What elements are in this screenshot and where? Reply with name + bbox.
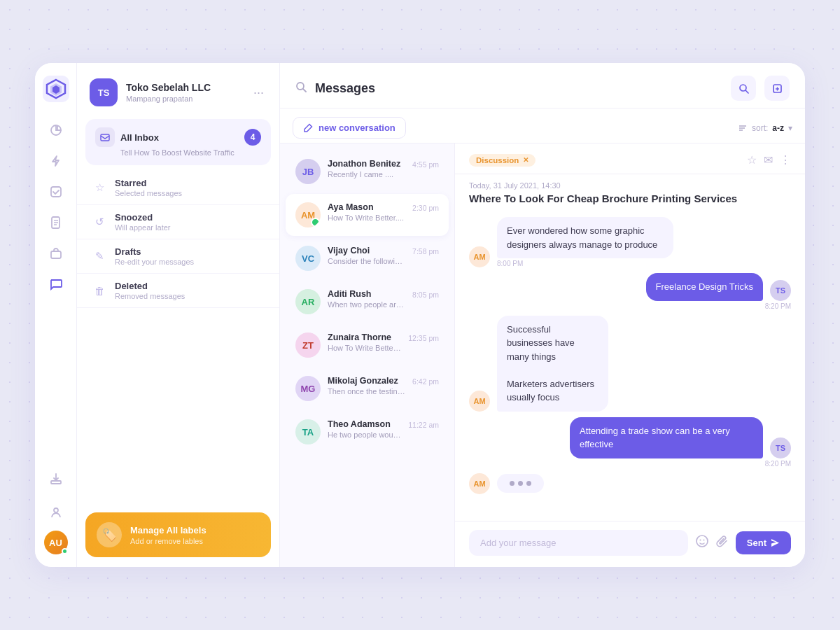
sidebar-bottom: AU [43,463,69,554]
message-content: Zunaira Thorne How To Write Better.... [328,332,401,352]
nav-pie-chart[interactable] [43,117,69,144]
dot3 [526,481,531,486]
deleted-icon: 🗑 [92,285,106,297]
new-conversation-button[interactable]: new conversation [293,117,406,139]
nav-doc[interactable] [43,209,69,236]
drafts-icon: ✎ [92,250,106,262]
chat-message-right-wrap: Attending a trade show can be a very eff… [469,417,791,468]
chat-subject: Where To Look For Cheap Brochure Printin… [455,191,805,211]
message-list-item[interactable]: TA Theo Adamson He two people would ... … [286,411,449,453]
chat-input-bar: Sent [455,521,805,567]
snoozed-icon: ↺ [92,216,106,228]
message-avatar: MG [295,376,321,401]
nav-download[interactable] [43,465,69,492]
panels-right: Messages new conversa [280,63,805,567]
close-tag-button[interactable]: ✕ [523,156,528,164]
folder-drafts[interactable]: ✎ Drafts Re-edit your messages [77,239,279,274]
message-list-item[interactable]: VC Vijay Choi Consider the following....… [286,237,449,279]
message-list-item[interactable]: AM Aya Mason How To Write Better.... 2:3… [286,194,449,236]
more-options-button[interactable]: ··· [251,83,267,103]
inbox-subtitle: Tell How To Boost Website Traffic [120,148,261,157]
message-preview: He two people would ... [328,430,401,439]
attach-button[interactable] [716,535,729,551]
company-header: TS Toko Sebelah LLC Mampang prapatan ··· [77,63,279,116]
chat-bubble-right: Freelance Design Tricks [646,273,763,301]
message-content: Aditi Rush When two people are ... [328,289,405,309]
message-list-item[interactable]: ZT Zunaira Thorne How To Write Better...… [286,324,449,366]
chat-time-right: 8:20 PM [469,460,791,468]
messages-list-panel: JB Jonathon Benitez Recently I came ....… [280,144,455,567]
typing-dots [497,474,544,493]
star-message-button[interactable]: ☆ [747,153,757,167]
message-avatar: AM [295,202,321,227]
folder-starred[interactable]: ☆ Starred Selected messages [77,171,279,205]
chat-bubble-right: Attending a trade show can be a very eff… [570,417,763,458]
svg-point-23 [696,536,708,547]
manage-subtitle: Add or remove lables [130,537,206,545]
user-avatar[interactable]: AU [44,531,68,554]
message-time: 6:42 pm [412,377,439,386]
chat-message-row: Attending a trade show can be a very eff… [469,417,791,458]
message-time: 4:55 pm [412,160,439,169]
message-avatar: ZT [295,332,321,358]
email-button[interactable]: ✉ [764,153,773,167]
chat-header: Discussion ✕ ☆ ✉ ⋮ [455,144,805,174]
chat-avatar: AM [469,246,490,267]
search-button[interactable] [731,76,756,101]
message-content: Aya Mason How To Write Better.... [328,202,405,222]
message-list-item[interactable]: AR Aditi Rush When two people are ... 8:… [286,281,449,323]
send-button[interactable]: Sent [736,531,791,554]
dot1 [510,481,514,486]
nav-lightning[interactable] [43,148,69,174]
chevron-down-icon: ▾ [788,123,792,133]
company-avatar: TS [90,78,118,106]
manage-label: Manage All labels [130,525,206,536]
top-bar: Messages [280,63,805,108]
chat-bubble-left: Ever wondered how some graphic designers… [497,217,673,258]
chat-message-row: AM Ever wondered how some graphic design… [469,217,791,267]
message-content: Jonathon Benitez Recently I came .... [328,159,405,178]
nav-bag[interactable] [43,240,69,267]
dot2 [518,481,523,486]
app-logo [43,76,69,102]
left-panel: TS Toko Sebelah LLC Mampang prapatan ···… [77,63,280,567]
nav-check[interactable] [43,178,69,205]
message-sender: Jonathon Benitez [328,159,405,169]
sort-control[interactable]: sort: a-z ▾ [738,123,792,133]
chat-header-actions: ☆ ✉ ⋮ [747,153,791,167]
sidebar-nav: AU [35,63,77,567]
message-list-item[interactable]: JB Jonathon Benitez Recently I came ....… [286,150,449,192]
chat-message-row: Freelance Design Tricks TS [469,273,791,301]
all-inbox-item[interactable]: All Inbox 4 Tell How To Boost Website Tr… [85,119,271,165]
manage-labels-button[interactable]: 🏷️ Manage All labels Add or remove lable… [85,512,271,557]
message-list-item[interactable]: MG Mikolaj Gonzalez Then once the testin… [286,368,449,410]
inbox-icon [95,127,115,147]
folder-sub-deleted: Removed messages [115,292,185,300]
message-content: Mikolaj Gonzalez Then once the testing w… [328,376,405,396]
message-preview: Then once the testing was.... [328,387,405,396]
messages-title: Messages [315,81,722,96]
inbox-label: All Inbox [120,132,159,143]
svg-rect-9 [51,251,61,258]
message-preview: How To Write Better.... [328,344,401,352]
svg-point-25 [703,540,704,541]
svg-rect-10 [51,481,61,484]
folder-deleted[interactable]: 🗑 Deleted Removed messages [77,274,279,308]
chat-bubble-left: Successful businesses have many thingsMa… [497,316,608,412]
chat-time: 8:00 PM [497,260,791,267]
message-content: Theo Adamson He two people would ... [328,419,401,439]
message-time: 2:30 pm [412,204,439,212]
nav-person[interactable] [43,499,69,526]
messages-list: JB Jonathon Benitez Recently I came ....… [280,144,454,567]
folder-snoozed[interactable]: ↺ Snoozed Will appear later [77,205,279,239]
message-avatar: TA [295,419,321,444]
emoji-button[interactable] [695,534,709,552]
message-time: 7:58 pm [412,247,439,255]
compose-button[interactable] [764,76,790,101]
nav-chat[interactable] [43,271,69,298]
message-avatar: VC [295,246,321,271]
message-input[interactable] [469,530,688,556]
more-options-chat-button[interactable]: ⋮ [780,153,791,167]
folder-list: ☆ Starred Selected messages ↺ Snoozed Wi… [77,168,279,311]
message-avatar: AR [295,289,321,314]
